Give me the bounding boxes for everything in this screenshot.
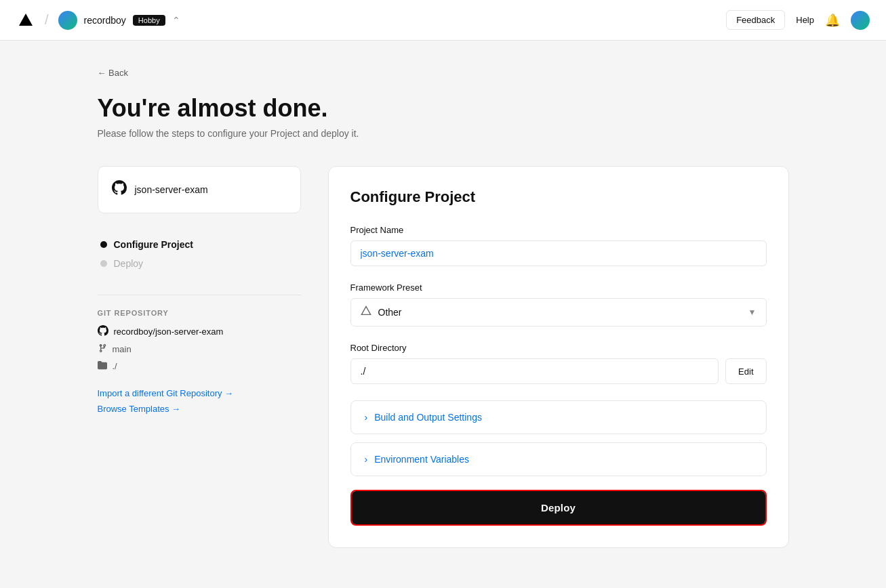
framework-preset-value: Other <box>378 307 402 318</box>
framework-preset-icon <box>361 306 371 319</box>
back-link[interactable]: ← Back <box>98 68 789 78</box>
env-vars-section: › Environment Variables <box>350 442 767 476</box>
build-settings-chevron-icon: › <box>365 412 368 423</box>
git-dir-value: ./ <box>113 361 117 371</box>
project-avatar <box>58 11 77 30</box>
configure-title: Configure Project <box>350 188 767 206</box>
git-dir-row: ./ <box>98 360 301 372</box>
git-branch-name: main <box>113 344 132 354</box>
git-repo-name: recordboy/json-server-exam <box>114 327 224 337</box>
step-label-configure: Configure Project <box>114 239 193 250</box>
folder-icon <box>98 360 107 372</box>
chevron-down-icon: ▼ <box>748 308 757 317</box>
github-repo-icon <box>98 325 108 338</box>
header-divider: / <box>45 12 49 28</box>
sidebar-actions: Import a different Git Repository → Brow… <box>98 388 301 414</box>
git-section-label: GIT REPOSITORY <box>98 309 301 317</box>
framework-preset-select[interactable]: Other ▼ <box>350 298 767 327</box>
repo-card: json-server-exam <box>98 166 301 213</box>
root-directory-label: Root Directory <box>350 343 767 353</box>
page-title: You're almost done. <box>98 94 789 123</box>
git-branch-row: main <box>98 343 301 355</box>
step-dot-inactive <box>100 260 107 267</box>
header: / recordboy Hobby ⌃ Feedback Help 🔔 <box>0 0 886 41</box>
hobby-badge: Hobby <box>133 15 165 26</box>
vercel-logo[interactable] <box>16 11 35 30</box>
deploy-button[interactable]: Deploy <box>352 491 765 524</box>
project-name-input[interactable] <box>350 240 767 266</box>
step-configure: Configure Project <box>100 235 301 254</box>
github-icon <box>112 180 127 199</box>
build-settings-section: › Build and Output Settings <box>350 400 767 434</box>
svg-marker-1 <box>361 306 370 314</box>
steps-list: Configure Project Deploy <box>98 235 301 273</box>
repo-card-name: json-server-exam <box>135 184 208 195</box>
deploy-button-wrapper: Deploy <box>350 490 767 526</box>
step-deploy: Deploy <box>100 254 301 273</box>
content-layout: json-server-exam Configure Project Deplo… <box>98 166 789 548</box>
project-name-label: Project Name <box>350 225 767 235</box>
root-dir-row: Edit <box>350 358 767 384</box>
configure-panel: Configure Project Project Name Framework… <box>328 166 789 548</box>
project-name-field: Project Name <box>350 225 767 266</box>
sidebar-divider <box>98 295 301 295</box>
main-content: ← Back You're almost done. Please follow… <box>71 41 816 588</box>
branch-icon <box>98 343 107 355</box>
env-vars-label: Environment Variables <box>374 454 469 465</box>
import-different-repo-link[interactable]: Import a different Git Repository → <box>98 388 301 398</box>
root-directory-field: Root Directory Edit <box>350 343 767 384</box>
build-settings-toggle[interactable]: › Build and Output Settings <box>351 401 766 434</box>
env-vars-toggle[interactable]: › Environment Variables <box>351 443 766 476</box>
user-avatar[interactable] <box>851 11 870 30</box>
help-link[interactable]: Help <box>796 15 814 25</box>
step-dot-active <box>100 241 107 248</box>
header-right: Feedback Help 🔔 <box>726 10 870 30</box>
step-label-deploy: Deploy <box>114 258 144 269</box>
bell-icon[interactable]: 🔔 <box>825 13 840 28</box>
edit-root-dir-button[interactable]: Edit <box>725 358 766 384</box>
chevron-down-icon[interactable]: ⌃ <box>172 15 180 26</box>
feedback-button[interactable]: Feedback <box>726 10 785 30</box>
git-repo-row: recordboy/json-server-exam <box>98 325 301 338</box>
header-left: / recordboy Hobby ⌃ <box>16 11 726 30</box>
svg-marker-0 <box>19 14 33 26</box>
root-directory-input[interactable] <box>350 358 719 384</box>
framework-preset-label: Framework Preset <box>350 282 767 293</box>
sidebar: json-server-exam Configure Project Deplo… <box>98 166 301 414</box>
framework-preset-field: Framework Preset Other ▼ <box>350 282 767 327</box>
project-name[interactable]: recordboy <box>84 15 126 26</box>
build-settings-label: Build and Output Settings <box>374 412 482 423</box>
browse-templates-link[interactable]: Browse Templates → <box>98 404 301 414</box>
env-vars-chevron-icon: › <box>365 454 368 465</box>
page-subtitle: Please follow the steps to configure you… <box>98 128 789 139</box>
